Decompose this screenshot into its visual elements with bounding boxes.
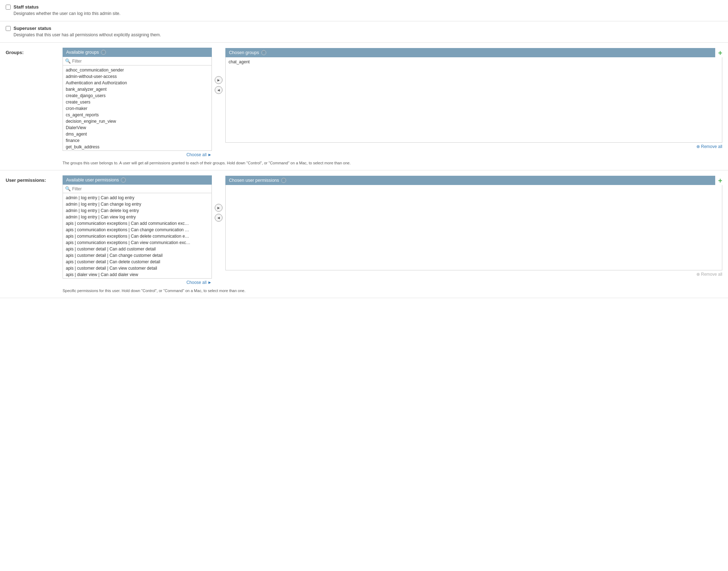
chosen-groups-list[interactable]: chat_agent <box>225 57 722 143</box>
list-item[interactable]: finance <box>63 137 212 144</box>
superuser-status-label: Superuser status <box>14 26 51 31</box>
groups-remove-circle-icon: ⊗ <box>696 144 700 149</box>
chosen-groups-header-row: Chosen groups ? + <box>225 48 722 57</box>
permissions-plus-btn[interactable]: + <box>715 175 722 185</box>
groups-arrow-controls: ► ◄ <box>212 76 225 94</box>
available-permissions-list[interactable]: admin | log entry | Can add log entryadm… <box>63 193 212 279</box>
groups-field-row: Groups: Available groups ? 🔍 adhoc_commu… <box>0 43 728 170</box>
list-item[interactable]: admin-without-user-access <box>63 73 212 80</box>
groups-lists: Available groups ? 🔍 adhoc_communication… <box>63 48 722 159</box>
user-permissions-label: User permissions: <box>6 175 63 183</box>
groups-move-left-btn[interactable]: ◄ <box>215 86 223 94</box>
list-item[interactable]: apis | dialer view | Can add dialer view <box>63 271 212 278</box>
list-item[interactable]: admin | log entry | Can view log entry <box>63 214 212 220</box>
list-item[interactable]: admin | log entry | Can add log entry <box>63 195 212 201</box>
list-item[interactable]: admin | log entry | Can delete log entry <box>63 207 212 214</box>
user-permissions-wrapper: Available user permissions ? 🔍 admin | l… <box>63 175 722 293</box>
permissions-help-text: Specific permissions for this user. Hold… <box>63 289 722 293</box>
permissions-choose-all-label: Choose all <box>186 280 207 285</box>
available-permissions-list-wrapper: admin | log entry | Can add log entryadm… <box>63 193 212 279</box>
groups-remove-all-link[interactable]: ⊗ Remove all <box>696 144 722 149</box>
available-permissions-header-label: Available user permissions <box>66 178 119 183</box>
chosen-permissions-panel: Chosen user permissions ? + ⊗ Remove all <box>225 175 722 278</box>
chosen-groups-header: Chosen groups ? <box>225 48 715 57</box>
chosen-permissions-header-label: Chosen user permissions <box>229 178 279 183</box>
list-item[interactable]: chat_agent <box>226 59 722 65</box>
staff-status-section: Staff status Designates whether the user… <box>0 0 728 21</box>
available-permissions-panel: Available user permissions ? 🔍 admin | l… <box>63 175 212 286</box>
available-permissions-help-icon[interactable]: ? <box>121 178 126 183</box>
list-item[interactable]: create_django_users <box>63 92 212 99</box>
staff-status-label: Staff status <box>14 4 39 10</box>
permissions-remove-all-label: Remove all <box>701 272 722 277</box>
list-item[interactable]: decision_engine_run_view <box>63 118 212 125</box>
chosen-permissions-header-row: Chosen user permissions ? + <box>225 175 722 185</box>
list-item[interactable]: apis | customer detail | Can view custom… <box>63 265 212 271</box>
available-groups-panel: Available groups ? 🔍 adhoc_communication… <box>63 48 212 159</box>
list-item[interactable]: cs_agent_reports <box>63 112 212 118</box>
groups-choose-all-label: Choose all <box>186 152 207 157</box>
groups-label: Groups: <box>6 48 63 55</box>
chosen-groups-header-label: Chosen groups <box>229 50 259 55</box>
chosen-permissions-header: Chosen user permissions ? <box>225 176 715 185</box>
staff-status-checkbox[interactable] <box>6 5 11 10</box>
list-item[interactable]: cron-maker <box>63 105 212 112</box>
groups-remove-all-label: Remove all <box>701 144 722 149</box>
groups-filter-input[interactable] <box>72 59 209 64</box>
list-item[interactable]: dms_agent <box>63 131 212 137</box>
permissions-remove-circle-icon: ⊗ <box>696 272 700 277</box>
list-item[interactable]: adhoc_communication_sender <box>63 67 212 73</box>
list-item[interactable]: apis | dialer view | Can change dialer v… <box>63 278 212 279</box>
available-permissions-header: Available user permissions ? <box>63 175 212 185</box>
list-item[interactable]: apis | customer detail | Can add custome… <box>63 246 212 252</box>
groups-plus-btn[interactable]: + <box>715 48 722 57</box>
groups-search-icon: 🔍 <box>65 58 71 64</box>
user-permissions-field-row: User permissions: Available user permiss… <box>0 170 728 298</box>
available-groups-list[interactable]: adhoc_communication_senderadmin-without-… <box>63 65 212 151</box>
permissions-arrow-controls: ► ◄ <box>212 204 225 222</box>
user-permissions-lists: Available user permissions ? 🔍 admin | l… <box>63 175 722 286</box>
permissions-filter-row: 🔍 <box>63 185 212 193</box>
groups-wrapper: Available groups ? 🔍 adhoc_communication… <box>63 48 722 165</box>
list-item[interactable]: apis | communication exceptions | Can vi… <box>63 239 212 246</box>
chosen-permissions-help-icon[interactable]: ? <box>281 178 286 183</box>
permissions-move-right-btn[interactable]: ► <box>215 204 223 212</box>
superuser-status-checkbox[interactable] <box>6 26 11 31</box>
list-item[interactable]: Authentication and Authorization <box>63 80 212 86</box>
list-item[interactable]: apis | customer detail | Can delete cust… <box>63 259 212 265</box>
list-item[interactable]: admin | log entry | Can change log entry <box>63 201 212 207</box>
permissions-choose-all-arrow: ► <box>208 280 212 285</box>
list-item[interactable]: bank_analyzer_agent <box>63 86 212 92</box>
groups-choose-all-link[interactable]: Choose all ► <box>186 152 212 157</box>
groups-remove-all-row: ⊗ Remove all <box>225 143 722 150</box>
permissions-remove-all-grayed: ⊗ Remove all <box>696 272 722 277</box>
list-item[interactable]: apis | communication exceptions | Can ad… <box>63 220 212 227</box>
staff-status-title: Staff status <box>6 4 722 10</box>
permissions-choose-all-link[interactable]: Choose all ► <box>186 280 212 285</box>
permissions-move-left-btn[interactable]: ◄ <box>215 214 223 222</box>
available-groups-header-label: Available groups <box>66 50 99 55</box>
groups-choose-all-row: Choose all ► <box>63 151 212 159</box>
list-item[interactable]: insurance_partners <box>63 150 212 151</box>
groups-filter-row: 🔍 <box>63 57 212 65</box>
list-item[interactable]: apis | communication exceptions | Can de… <box>63 233 212 239</box>
permissions-remove-all-row: ⊗ Remove all <box>225 270 722 278</box>
chosen-permissions-list[interactable] <box>225 185 722 270</box>
permissions-search-icon: 🔍 <box>65 186 71 191</box>
chosen-groups-help-icon[interactable]: ? <box>261 50 266 55</box>
chosen-groups-panel: Chosen groups ? + chat_agent ⊗ Remove al… <box>225 48 722 150</box>
list-item[interactable]: get_bulk_address <box>63 144 212 150</box>
groups-choose-all-arrow: ► <box>208 152 212 157</box>
superuser-status-desc: Designates that this user has all permis… <box>14 32 722 37</box>
available-groups-help-icon[interactable]: ? <box>101 50 106 55</box>
list-item[interactable]: apis | communication exceptions | Can ch… <box>63 227 212 233</box>
superuser-status-title: Superuser status <box>6 26 722 31</box>
list-item[interactable]: apis | customer detail | Can change cust… <box>63 252 212 259</box>
available-groups-header: Available groups ? <box>63 48 212 57</box>
list-item[interactable]: create_users <box>63 99 212 105</box>
groups-help-text: The groups this user belongs to. A user … <box>63 161 722 165</box>
groups-move-right-btn[interactable]: ► <box>215 76 223 84</box>
permissions-filter-input[interactable] <box>72 186 209 191</box>
list-item[interactable]: DialerView <box>63 125 212 131</box>
permissions-choose-all-row: Choose all ► <box>63 279 212 286</box>
